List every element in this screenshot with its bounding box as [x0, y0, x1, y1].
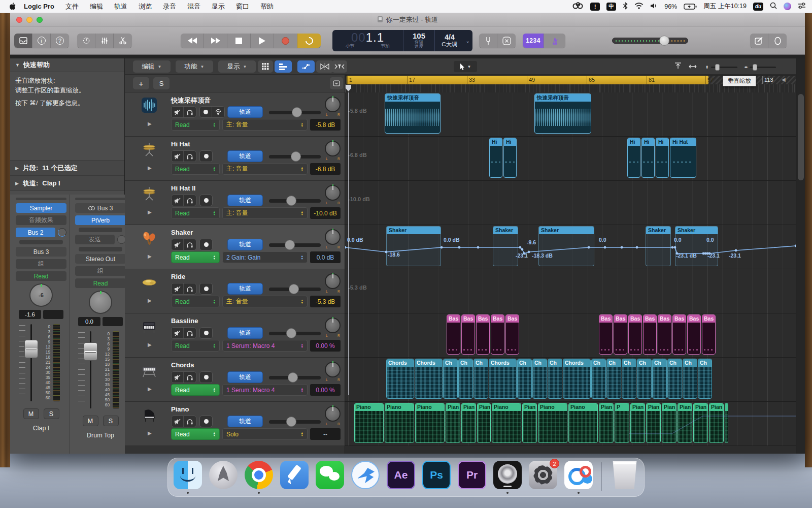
track-mute-button[interactable]: [172, 107, 184, 117]
automation-point[interactable]: [604, 246, 606, 249]
track-record-button[interactable]: [200, 195, 212, 206]
track-stack-button[interactable]: 轨道: [227, 283, 263, 295]
track-record-button[interactable]: [200, 107, 212, 117]
track-menu-编辑[interactable]: 编辑▼: [133, 60, 171, 73]
region-Chords[interactable]: Chords: [563, 359, 591, 399]
region-Bas[interactable]: Bas: [491, 314, 504, 355]
track-stack-button[interactable]: 轨道: [227, 106, 263, 118]
track-stack-button[interactable]: 轨道: [227, 239, 263, 250]
finder-icon[interactable]: [174, 461, 202, 489]
track-record-button[interactable]: [200, 239, 212, 250]
strip-slot-Stereo Out[interactable]: Stereo Out: [75, 254, 126, 264]
region-Chords[interactable]: Chords: [386, 359, 414, 399]
mute-button[interactable]: M: [23, 408, 39, 419]
fit-vertical-icon[interactable]: [674, 62, 682, 72]
track-mute-button[interactable]: [172, 151, 184, 162]
automation-point[interactable]: [735, 249, 737, 252]
automation-point[interactable]: [621, 246, 623, 249]
track-headphones-button[interactable]: [184, 416, 196, 427]
track-mute-button[interactable]: [172, 372, 184, 383]
automation-mode-select[interactable]: Read▲▼: [171, 340, 220, 352]
lcd-chevron-icon[interactable]: ⌄: [466, 38, 470, 44]
chrome-icon[interactable]: [245, 461, 273, 489]
volume-icon[interactable]: [650, 3, 658, 11]
slider-thumb[interactable]: [286, 417, 296, 427]
play-button[interactable]: [251, 34, 274, 48]
track-mute-button[interactable]: [172, 195, 184, 206]
wechat-icon[interactable]: [316, 461, 344, 489]
slider-thumb[interactable]: [289, 284, 299, 294]
automation-point[interactable]: [671, 246, 674, 249]
dock-item-settings[interactable]: 2: [529, 461, 557, 492]
automation-button[interactable]: [297, 60, 315, 73]
tuning-fork-button[interactable]: [479, 34, 497, 48]
menu-窗口[interactable]: 窗口: [236, 2, 249, 11]
strip-slot-Read[interactable]: Read: [16, 271, 66, 281]
region-Ch[interactable]: Ch: [443, 359, 458, 399]
count-in-button[interactable]: 1234: [523, 34, 544, 48]
bluetooth-icon[interactable]: [623, 2, 628, 11]
lcd-signature[interactable]: 4/4 C大调: [435, 30, 464, 51]
slider-thumb[interactable]: [286, 196, 296, 206]
master-volume-thumb[interactable]: [659, 36, 669, 46]
lane-5[interactable]: BasBasBasBasBasBasBasBasBasBasBasBasBas: [345, 313, 796, 358]
automation-point[interactable]: [519, 246, 522, 249]
quick-help-header[interactable]: ▼ 快速帮助: [10, 58, 124, 72]
region-Ch[interactable]: Ch: [458, 359, 473, 399]
photoshop-icon[interactable]: Ps: [422, 461, 451, 489]
region-Hi[interactable]: Hi: [641, 138, 655, 178]
pointer-tool-menu[interactable]: ▼: [454, 61, 477, 72]
vertical-zoom-thumb[interactable]: [715, 64, 720, 71]
track-headphones-button[interactable]: [184, 195, 196, 206]
automation-point[interactable]: [521, 248, 524, 251]
automation-point[interactable]: [588, 246, 590, 249]
track-mute-button[interactable]: [172, 328, 184, 338]
strip-slot-Read[interactable]: Read: [75, 278, 126, 288]
track-menu-功能[interactable]: 功能▼: [176, 60, 213, 73]
track-header-Piano[interactable]: Piano轨道LR▶Read▲▼Solo▲▼--: [125, 402, 345, 446]
solo-button[interactable]: S: [103, 416, 119, 426]
track-pan-knob[interactable]: [325, 318, 341, 333]
track-disclosure-triangle[interactable]: ▶: [148, 209, 152, 215]
menu-轨道[interactable]: 轨道: [114, 2, 127, 11]
slider-thumb[interactable]: [288, 372, 298, 383]
region-Hi Hat[interactable]: Hi Hat: [670, 138, 696, 178]
menu-文件[interactable]: 文件: [65, 2, 79, 11]
track-header-Hi Hat II[interactable]: Hi Hat II轨道LR▶Read▲▼主: 音量▲▼-10.0 dB: [125, 181, 345, 225]
title-bar[interactable]: 你一定来过 - 轨道: [10, 13, 805, 26]
dock-item-notes[interactable]: [280, 461, 309, 492]
strip-slot-组[interactable]: 组: [16, 259, 66, 269]
baidu-cloud-icon[interactable]: [572, 2, 584, 11]
quick-help-toggle-button[interactable]: ?: [51, 34, 69, 48]
lane-3[interactable]: ShakerShakerShakerShakerShaker0.0 dB-18.…: [345, 225, 796, 269]
notes-icon[interactable]: [280, 461, 309, 489]
track-disclosure-triangle[interactable]: ▶: [148, 165, 152, 171]
menu-显示[interactable]: 显示: [212, 2, 225, 11]
menu-帮助[interactable]: 帮助: [260, 2, 274, 11]
track-disclosure-triangle[interactable]: ▶: [148, 430, 152, 436]
automation-point[interactable]: [636, 246, 638, 249]
lcd-display[interactable]: 001.1 小节节拍 105 保留 速度 4/4 C大调 ⌄: [332, 30, 472, 51]
empty-plugin-slot[interactable]: [19, 240, 63, 244]
premiere-icon[interactable]: Pr: [458, 461, 486, 489]
slider-thumb[interactable]: [292, 107, 302, 117]
region-Hi[interactable]: Hi: [627, 138, 640, 178]
region-Ch[interactable]: Ch: [683, 359, 697, 399]
track-mute-button[interactable]: [172, 239, 184, 250]
region-Ch[interactable]: Ch: [698, 359, 712, 399]
horizontal-zoom-thumb[interactable]: [753, 64, 757, 71]
slider-thumb[interactable]: [285, 240, 295, 250]
region-Hi[interactable]: Hi: [656, 138, 669, 178]
strip-slot-Bus 3[interactable]: Bus 3: [16, 247, 66, 257]
track-disclosure-triangle[interactable]: ▶: [148, 386, 152, 392]
logic-icon[interactable]: [493, 461, 522, 489]
volume-fader[interactable]: 03691215182124303540455060: [19, 323, 66, 403]
rewind-button[interactable]: [181, 34, 204, 48]
track-header-Chords[interactable]: Chords轨道LR▶Read▲▼1 Serum: Macro 4▲▼0.00 …: [125, 358, 345, 402]
region-Ch[interactable]: Ch: [517, 359, 532, 399]
tracks-view-button[interactable]: [275, 60, 292, 73]
lane-0[interactable]: -5.8 dB快速采样顶音快速采样顶音: [345, 92, 796, 137]
track-menu-显示[interactable]: 显示▼: [218, 60, 256, 73]
track-input-monitor-button[interactable]: [212, 107, 224, 117]
pan-knob[interactable]: -6: [29, 283, 53, 307]
